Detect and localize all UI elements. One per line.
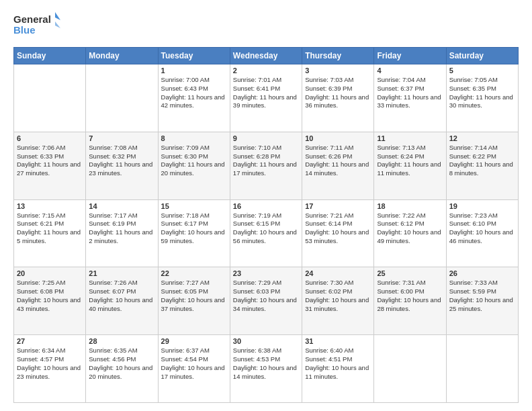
day-info: Sunrise: 7:27 AM Sunset: 6:05 PM Dayligh… xyxy=(161,279,227,313)
calendar-cell: 26Sunrise: 7:33 AM Sunset: 5:59 PM Dayli… xyxy=(446,267,518,335)
calendar-cell: 24Sunrise: 7:30 AM Sunset: 6:02 PM Dayli… xyxy=(302,267,374,335)
day-number: 18 xyxy=(377,202,443,210)
day-info: Sunrise: 7:08 AM Sunset: 6:32 PM Dayligh… xyxy=(89,144,154,178)
calendar-cell: 5Sunrise: 7:05 AM Sunset: 6:35 PM Daylig… xyxy=(446,64,518,132)
day-info: Sunrise: 7:10 AM Sunset: 6:28 PM Dayligh… xyxy=(233,144,299,178)
calendar-week-5: 27Sunrise: 6:34 AM Sunset: 4:57 PM Dayli… xyxy=(14,335,519,403)
day-info: Sunrise: 7:04 AM Sunset: 6:37 PM Dayligh… xyxy=(377,76,443,110)
calendar-cell: 21Sunrise: 7:26 AM Sunset: 6:07 PM Dayli… xyxy=(86,267,158,335)
day-number: 4 xyxy=(377,66,443,75)
svg-text:General: General xyxy=(13,13,51,25)
day-number: 14 xyxy=(89,202,154,210)
calendar-cell: 1Sunrise: 7:00 AM Sunset: 6:43 PM Daylig… xyxy=(158,64,230,132)
day-info: Sunrise: 7:17 AM Sunset: 6:19 PM Dayligh… xyxy=(89,212,154,246)
calendar-cell: 12Sunrise: 7:14 AM Sunset: 6:22 PM Dayli… xyxy=(446,132,518,199)
calendar-cell: 10Sunrise: 7:11 AM Sunset: 6:26 PM Dayli… xyxy=(302,132,374,199)
calendar-cell: 3Sunrise: 7:03 AM Sunset: 6:39 PM Daylig… xyxy=(302,64,374,132)
day-info: Sunrise: 7:13 AM Sunset: 6:24 PM Dayligh… xyxy=(377,144,443,178)
calendar-cell xyxy=(86,64,158,132)
calendar-cell: 18Sunrise: 7:22 AM Sunset: 6:12 PM Dayli… xyxy=(374,199,446,267)
weekday-header-tuesday: Tuesday xyxy=(158,48,230,64)
day-info: Sunrise: 6:38 AM Sunset: 4:53 PM Dayligh… xyxy=(233,347,299,381)
day-number: 10 xyxy=(305,134,371,142)
weekday-header-saturday: Saturday xyxy=(446,48,518,64)
calendar-cell: 29Sunrise: 6:37 AM Sunset: 4:54 PM Dayli… xyxy=(158,335,230,403)
day-info: Sunrise: 7:05 AM Sunset: 6:35 PM Dayligh… xyxy=(449,76,515,110)
day-number: 15 xyxy=(161,202,227,210)
day-info: Sunrise: 7:23 AM Sunset: 6:10 PM Dayligh… xyxy=(449,212,515,246)
day-number: 1 xyxy=(161,66,227,75)
day-number: 30 xyxy=(233,337,299,345)
day-number: 23 xyxy=(233,269,299,277)
day-number: 29 xyxy=(161,337,227,345)
day-number: 25 xyxy=(377,269,443,277)
calendar-table: SundayMondayTuesdayWednesdayThursdayFrid… xyxy=(13,47,519,403)
calendar-cell: 31Sunrise: 6:40 AM Sunset: 4:51 PM Dayli… xyxy=(302,335,374,403)
day-info: Sunrise: 6:35 AM Sunset: 4:56 PM Dayligh… xyxy=(89,347,154,381)
calendar-cell: 27Sunrise: 6:34 AM Sunset: 4:57 PM Dayli… xyxy=(14,335,86,403)
day-info: Sunrise: 7:22 AM Sunset: 6:12 PM Dayligh… xyxy=(377,212,443,246)
day-number: 2 xyxy=(233,66,299,75)
calendar-cell xyxy=(374,335,446,403)
day-info: Sunrise: 7:03 AM Sunset: 6:39 PM Dayligh… xyxy=(305,76,371,110)
day-info: Sunrise: 7:31 AM Sunset: 6:00 PM Dayligh… xyxy=(377,279,443,313)
logo: General Blue xyxy=(13,11,60,40)
day-info: Sunrise: 6:40 AM Sunset: 4:51 PM Dayligh… xyxy=(305,347,371,381)
calendar-cell: 23Sunrise: 7:29 AM Sunset: 6:03 PM Dayli… xyxy=(230,267,302,335)
day-info: Sunrise: 7:29 AM Sunset: 6:03 PM Dayligh… xyxy=(233,279,299,313)
calendar-cell: 13Sunrise: 7:15 AM Sunset: 6:21 PM Dayli… xyxy=(14,199,86,267)
page-header: General Blue xyxy=(13,11,519,40)
calendar-week-4: 20Sunrise: 7:25 AM Sunset: 6:08 PM Dayli… xyxy=(14,267,519,335)
calendar-cell: 20Sunrise: 7:25 AM Sunset: 6:08 PM Dayli… xyxy=(14,267,86,335)
day-number: 17 xyxy=(305,202,371,210)
day-info: Sunrise: 7:26 AM Sunset: 6:07 PM Dayligh… xyxy=(89,279,154,313)
weekday-header-thursday: Thursday xyxy=(302,48,374,64)
calendar-cell: 9Sunrise: 7:10 AM Sunset: 6:28 PM Daylig… xyxy=(230,132,302,199)
calendar-cell: 30Sunrise: 6:38 AM Sunset: 4:53 PM Dayli… xyxy=(230,335,302,403)
calendar-cell: 7Sunrise: 7:08 AM Sunset: 6:32 PM Daylig… xyxy=(86,132,158,199)
weekday-header-wednesday: Wednesday xyxy=(230,48,302,64)
day-number: 27 xyxy=(17,337,83,345)
day-number: 5 xyxy=(449,66,515,75)
logo-svg: General Blue xyxy=(13,11,60,40)
weekday-header-monday: Monday xyxy=(86,48,158,64)
day-info: Sunrise: 7:09 AM Sunset: 6:30 PM Dayligh… xyxy=(161,144,227,178)
calendar-cell: 17Sunrise: 7:21 AM Sunset: 6:14 PM Dayli… xyxy=(302,199,374,267)
day-number: 22 xyxy=(161,269,227,277)
calendar-cell: 22Sunrise: 7:27 AM Sunset: 6:05 PM Dayli… xyxy=(158,267,230,335)
calendar-cell xyxy=(446,335,518,403)
day-number: 28 xyxy=(89,337,154,345)
weekday-header-friday: Friday xyxy=(374,48,446,64)
svg-text:Blue: Blue xyxy=(13,24,36,36)
day-number: 31 xyxy=(305,337,371,345)
calendar-cell: 16Sunrise: 7:19 AM Sunset: 6:15 PM Dayli… xyxy=(230,199,302,267)
day-number: 6 xyxy=(17,134,83,142)
day-info: Sunrise: 6:37 AM Sunset: 4:54 PM Dayligh… xyxy=(161,347,227,381)
day-info: Sunrise: 7:33 AM Sunset: 5:59 PM Dayligh… xyxy=(449,279,515,313)
day-number: 26 xyxy=(449,269,515,277)
day-number: 21 xyxy=(89,269,154,277)
svg-marker-3 xyxy=(55,21,60,28)
day-info: Sunrise: 7:06 AM Sunset: 6:33 PM Dayligh… xyxy=(17,144,83,178)
calendar-week-2: 6Sunrise: 7:06 AM Sunset: 6:33 PM Daylig… xyxy=(14,132,519,199)
day-number: 19 xyxy=(449,202,515,210)
day-info: Sunrise: 7:18 AM Sunset: 6:17 PM Dayligh… xyxy=(161,212,227,246)
calendar-cell: 14Sunrise: 7:17 AM Sunset: 6:19 PM Dayli… xyxy=(86,199,158,267)
day-info: Sunrise: 7:01 AM Sunset: 6:41 PM Dayligh… xyxy=(233,76,299,110)
day-number: 7 xyxy=(89,134,154,142)
day-number: 12 xyxy=(449,134,515,142)
day-number: 24 xyxy=(305,269,371,277)
calendar-cell: 11Sunrise: 7:13 AM Sunset: 6:24 PM Dayli… xyxy=(374,132,446,199)
day-info: Sunrise: 6:34 AM Sunset: 4:57 PM Dayligh… xyxy=(17,347,83,381)
svg-marker-2 xyxy=(55,12,60,20)
day-number: 8 xyxy=(161,134,227,142)
calendar-cell: 25Sunrise: 7:31 AM Sunset: 6:00 PM Dayli… xyxy=(374,267,446,335)
day-number: 3 xyxy=(305,66,371,75)
calendar-week-3: 13Sunrise: 7:15 AM Sunset: 6:21 PM Dayli… xyxy=(14,199,519,267)
day-number: 16 xyxy=(233,202,299,210)
day-info: Sunrise: 7:19 AM Sunset: 6:15 PM Dayligh… xyxy=(233,212,299,246)
calendar-cell: 19Sunrise: 7:23 AM Sunset: 6:10 PM Dayli… xyxy=(446,199,518,267)
calendar-cell: 28Sunrise: 6:35 AM Sunset: 4:56 PM Dayli… xyxy=(86,335,158,403)
calendar-cell xyxy=(14,64,86,132)
day-info: Sunrise: 7:11 AM Sunset: 6:26 PM Dayligh… xyxy=(305,144,371,178)
